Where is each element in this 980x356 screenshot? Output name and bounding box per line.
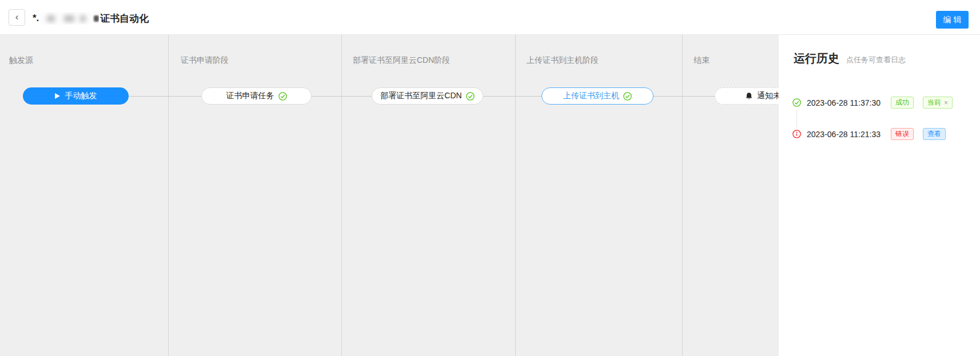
page-header: ‹ *. 证书自动化 编 辑 [0,0,980,35]
title-suffix: 证书自动化 [100,12,149,25]
stage-label-end: 结束 [694,55,710,66]
title-prefix: *. [33,13,39,24]
pipeline-connector [312,96,372,97]
run-history-subtitle: 点任务可查看日志 [846,55,906,65]
pipeline-connector [483,96,541,97]
close-icon[interactable]: × [944,99,948,107]
current-run-badge: 当前 × [923,97,953,109]
stage-label-cert-apply: 证书申请阶段 [181,55,229,66]
redacted-domain-blur [40,12,99,25]
bell-icon [745,92,753,101]
status-badge-error: 错误 [891,128,914,140]
task-label: 上传证书到主机 [563,91,619,101]
task-label: 证书申请任务 [226,91,274,101]
stage-label-upload-host: 上传证书到主机阶段 [527,55,599,66]
check-circle-icon [278,92,287,101]
column-divider [341,35,342,356]
back-button[interactable]: ‹ [9,9,25,26]
page-title: *. 证书自动化 [33,11,149,25]
history-entry-error[interactable]: 2023-06-28 11:21:33 错误 查看 [792,128,946,140]
history-entry-success[interactable]: 2023-06-28 11:37:30 成功 当前 × [792,97,953,109]
pipeline-connector [129,96,201,97]
stage-label-trigger: 触发源 [9,55,33,66]
edit-button[interactable]: 编 辑 [936,11,969,29]
success-circle-icon [792,98,801,107]
column-divider [682,35,683,356]
column-divider [168,35,169,356]
task-label: 部署证书至阿里云CDN [380,91,461,101]
task-label: 手动触发 [65,91,97,101]
play-icon [55,93,60,99]
stage-label-deploy-cdn: 部署证书至阿里云CDN阶段 [353,55,450,66]
run-timestamp: 2023-06-28 11:21:33 [807,130,881,139]
status-badge-success: 成功 [891,97,914,109]
run-timestamp: 2023-06-28 11:37:30 [807,98,881,107]
task-manual-trigger[interactable]: 手动触发 [23,87,129,105]
task-cert-apply[interactable]: 证书申请任务 [201,87,312,105]
task-deploy-cdn[interactable]: 部署证书至阿里云CDN [372,87,483,105]
run-history-title: 运行历史 [794,51,839,66]
error-circle-icon [792,130,801,138]
check-circle-icon [466,92,475,101]
run-history-panel: 运行历史 点任务可查看日志 2023-06-28 11:37:30 成功 当前 … [779,35,980,356]
check-circle-icon [623,92,632,101]
task-upload-host[interactable]: 上传证书到主机 [541,87,654,105]
pipeline-connector [654,96,715,97]
column-divider [515,35,516,356]
chevron-left-icon: ‹ [15,12,19,22]
view-log-button[interactable]: 查看 [923,128,946,140]
task-label: 通知未 [757,91,781,101]
timeline-connector [796,110,797,127]
